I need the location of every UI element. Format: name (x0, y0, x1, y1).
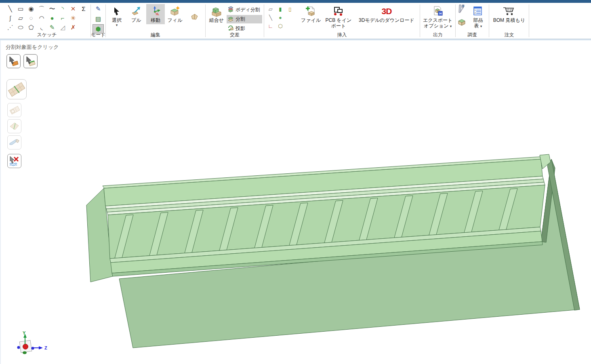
line-icon[interactable]: ╲ (5, 4, 15, 13)
pcb-icon (332, 5, 345, 18)
group-label-order: 注文 (489, 32, 529, 38)
replace-face-button[interactable] (185, 10, 204, 24)
export-options-button[interactable]: H エクスポート オプション ▾ (422, 4, 454, 30)
offset-line-icon[interactable]: ⌐ (57, 13, 68, 22)
parts-list-button[interactable]: 1 2 部品 表 ▾ (469, 4, 487, 30)
rectangle-icon[interactable]: ▭ (15, 4, 26, 13)
move-triad-icon (150, 5, 161, 18)
parts-list-dropdown-arrow: ▾ (480, 24, 482, 28)
axis-triad-widget[interactable]: Y Z (16, 330, 50, 364)
group-label-intersect: 交差 (206, 32, 264, 38)
group-label-insert: 挿入 (264, 32, 420, 38)
split-body-button[interactable]: ボディ分割 (227, 6, 262, 14)
split-body-icon (227, 6, 234, 14)
replace-face-icon (190, 11, 199, 23)
ribbon-group-output: H エクスポート オプション ▾ 出力 (420, 3, 455, 39)
construction-line-icon[interactable]: ⋰ (5, 23, 15, 32)
ribbon-group-insert: ▱╲∟▮●⬡▯ ファイル (264, 3, 420, 39)
sketch-tool-grid: ╲▭◉⌒〜◝✕Σ∫▱◌◠●⌐✳⋰⬭⬠◟✎◿✗ (5, 4, 89, 32)
insert-shell-icon[interactable]: ⬡ (278, 23, 282, 29)
combine-button[interactable]: 組合せ (207, 4, 226, 24)
insert-cylinder-icon[interactable]: ▮ (279, 6, 282, 12)
ribbon-group-intersect: 組合せ ボディ分割 (206, 3, 264, 39)
modeling-viewport[interactable]: 分割対象面をクリック (0, 40, 591, 364)
spline-icon[interactable]: 〜 (47, 4, 57, 13)
insert-primitive-cluster: ▱╲∟▮●⬡▯ (266, 5, 295, 30)
circle-icon[interactable]: ◉ (26, 4, 36, 13)
trim-icon[interactable]: ✕ (68, 4, 78, 13)
z-axis-arrowhead (39, 346, 43, 349)
insert-axes-icon[interactable]: ∟ (268, 23, 273, 29)
mode-column: ✎▨⬢ (93, 4, 104, 34)
group-label-edit: 編集 (106, 32, 205, 38)
z-axis-label: Z (44, 345, 47, 350)
pull-button[interactable]: プル (127, 4, 145, 24)
insert-mirror-icon[interactable]: ▯ (288, 6, 291, 12)
window-title-bar (0, 0, 591, 3)
sketch-tool-row: ╲▭◉⌒〜◝✕Σ (5, 4, 89, 13)
insert-line-icon[interactable]: ╲ (269, 15, 272, 20)
ribbon-group-edit: 選択 ▾ プル (106, 3, 205, 39)
tangent-line-icon[interactable]: ∫ (5, 13, 15, 22)
fill-button[interactable]: フィル (166, 4, 184, 24)
ellipse-icon[interactable]: ⬭ (15, 23, 26, 32)
group-label-sketch: スケッチ (3, 32, 90, 38)
polygon-icon[interactable]: ⬠ (26, 23, 36, 32)
mass-properties-icon[interactable] (458, 18, 467, 28)
sketch-tool-row: ∫▱◌◠●⌐✳ (5, 13, 89, 22)
split-curve-icon[interactable]: ✳ (68, 13, 78, 22)
export-dropdown-arrow: ▾ (450, 24, 452, 28)
ribbon-group-mode: ✎▨⬢ モード (91, 3, 105, 39)
group-label-mode: モード (91, 32, 105, 38)
file-icon (305, 5, 317, 18)
ribbon-group-inspect: 1 2 部品 表 ▾ 調査 (456, 3, 489, 39)
sketch-fill-icon[interactable]: ✎ (47, 23, 57, 32)
select-dropdown-arrow[interactable]: ▾ (116, 23, 118, 27)
svg-text:1: 1 (475, 9, 476, 11)
svg-text:H: H (439, 12, 442, 15)
ribbon-group-sketch: ╲▭◉⌒〜◝✕Σ∫▱◌◠●⌐✳⋰⬭⬠◟✎◿✗ スケッチ (3, 3, 90, 39)
axis-dot-bottom (23, 351, 27, 354)
construction-circle-icon[interactable]: ◌ (26, 13, 36, 22)
parts-list-icon: 1 2 (473, 5, 483, 18)
bom-quote-button[interactable]: BOM 見積もり (491, 4, 527, 24)
insert-sphere-icon[interactable]: ● (279, 15, 282, 20)
pull-arrow-icon (131, 5, 141, 18)
ribbon-toolbar: ╲▭◉⌒〜◝✕Σ∫▱◌◠●⌐✳⋰⬭⬠◟✎◿✗ スケッチ ✎▨⬢ モード 選択 ▾ (0, 3, 591, 39)
shopping-cart-icon (502, 5, 516, 18)
export-icon: H (432, 5, 444, 18)
section-mode-icon[interactable]: ▨ (93, 14, 104, 23)
split-face-button[interactable]: 分割 (227, 15, 262, 23)
projection-plane-icon[interactable]: ◿ (57, 23, 68, 32)
axis-dot-left (17, 346, 20, 349)
y-axis-label: Y (23, 330, 26, 335)
x-axis-dot (23, 344, 28, 349)
3d-model-angle-bracket[interactable] (1, 40, 591, 364)
3d-logo-icon: 3D (382, 6, 392, 16)
trim-away-icon[interactable]: ✗ (68, 23, 78, 32)
ribbon-group-order: BOM 見積もり 注文 (489, 3, 529, 39)
import-pcb-button[interactable]: PCB をインポート (323, 4, 354, 30)
three-point-arc-icon[interactable]: ◟ (36, 23, 47, 32)
combine-icon (210, 5, 223, 18)
select-button[interactable]: 選択 ▾ (107, 4, 126, 28)
cad-application-window: { "canvas": { "prompt": "分割対象面をクリック", "a… (0, 0, 591, 364)
insert-file-button[interactable]: ファイル (300, 4, 322, 24)
tangent-arc-icon[interactable]: ⌒ (36, 4, 47, 13)
move-button[interactable]: 移動 (146, 4, 165, 24)
download-3d-models-button[interactable]: 3D 3Dモデルのダウンロード (355, 4, 418, 24)
fill-box-icon (170, 5, 180, 18)
arc-icon[interactable]: ◝ (57, 4, 68, 13)
point-icon[interactable]: ● (47, 13, 57, 22)
three-point-rectangle-icon[interactable]: ▱ (15, 13, 26, 22)
sketch-tool-row: ⋰⬭⬠◟✎◿✗ (5, 23, 89, 32)
equation-icon[interactable]: Σ (78, 4, 89, 13)
select-cursor-icon (111, 5, 122, 18)
insert-plane-icon[interactable]: ▱ (269, 6, 273, 12)
group-label-output: 出力 (420, 32, 455, 38)
sweep-arc-icon[interactable]: ◠ (36, 13, 47, 22)
group-separator (529, 4, 529, 37)
svg-text:2: 2 (475, 12, 476, 14)
sketch-mode-icon[interactable]: ✎ (93, 4, 104, 13)
measure-caliper-icon[interactable] (457, 4, 468, 16)
